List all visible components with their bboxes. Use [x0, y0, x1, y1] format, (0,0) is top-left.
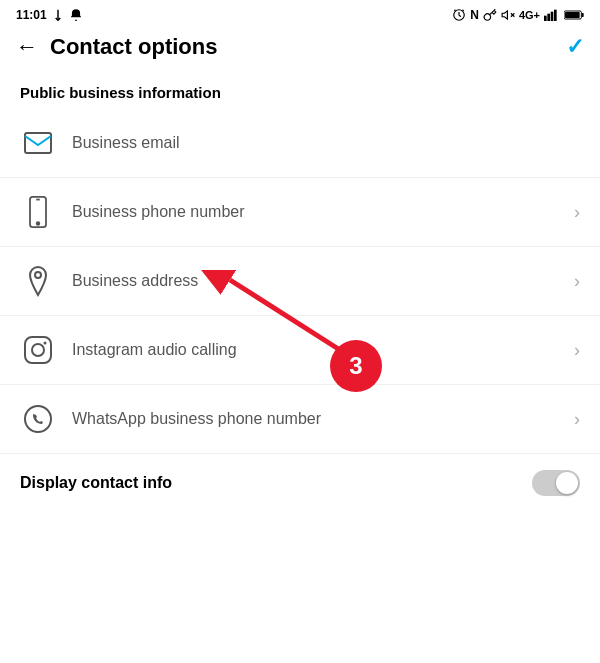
chevron-icon-phone: ›	[574, 202, 580, 223]
signal-bars-icon	[544, 9, 560, 21]
list-item-whatsapp-phone[interactable]: WhatsApp business phone number ›	[0, 385, 600, 454]
status-icons-right: N 4G+	[452, 8, 584, 22]
time-display: 11:01	[16, 8, 47, 22]
chevron-icon-instagram: ›	[574, 340, 580, 361]
list-item-instagram-audio[interactable]: Instagram audio calling ›	[0, 316, 600, 385]
whatsapp-icon	[20, 401, 56, 437]
business-phone-label: Business phone number	[72, 203, 574, 221]
display-contact-info-row: Display contact info	[0, 454, 600, 512]
status-time: 11:01	[16, 8, 83, 22]
status-bar: 11:01 N 4G+	[0, 0, 600, 26]
svg-point-21	[25, 406, 51, 432]
page-title: Contact options	[50, 34, 566, 60]
email-icon	[20, 125, 56, 161]
svg-rect-9	[554, 10, 557, 21]
svg-point-17	[35, 272, 41, 278]
svg-rect-6	[544, 16, 547, 21]
list-item-business-address[interactable]: Business address ›	[0, 247, 600, 316]
instagram-icon	[20, 332, 56, 368]
toggle-knob	[556, 472, 578, 494]
phone-icon	[20, 194, 56, 230]
list-item-business-email[interactable]: Business email	[0, 109, 600, 178]
svg-rect-12	[565, 12, 580, 18]
display-contact-info-label: Display contact info	[20, 474, 172, 492]
svg-point-19	[32, 344, 44, 356]
signal-label: 4G+	[519, 9, 540, 21]
svg-rect-8	[551, 12, 554, 21]
key-icon	[483, 8, 497, 22]
svg-rect-18	[25, 337, 51, 363]
chevron-icon-address: ›	[574, 271, 580, 292]
toolbar: ← Contact options ✓	[0, 26, 600, 72]
svg-point-20	[44, 342, 47, 345]
status-icons-left	[51, 8, 65, 22]
status-notification-icon	[69, 8, 83, 22]
svg-rect-13	[25, 133, 51, 153]
battery-icon	[564, 9, 584, 21]
mute-icon	[501, 8, 515, 22]
section-header-label: Public business information	[20, 84, 221, 101]
chevron-icon-whatsapp: ›	[574, 409, 580, 430]
svg-rect-11	[582, 13, 584, 17]
svg-line-2	[455, 10, 456, 11]
display-contact-toggle[interactable]	[532, 470, 580, 496]
business-email-label: Business email	[72, 134, 580, 152]
section-header-public: Public business information	[0, 72, 600, 109]
confirm-button[interactable]: ✓	[566, 34, 584, 60]
back-button[interactable]: ←	[16, 34, 38, 60]
whatsapp-phone-label: WhatsApp business phone number	[72, 410, 574, 428]
location-icon	[20, 263, 56, 299]
list-item-business-phone[interactable]: Business phone number ›	[0, 178, 600, 247]
svg-rect-7	[547, 14, 550, 21]
business-address-label: Business address	[72, 272, 574, 290]
n-label: N	[470, 8, 479, 22]
alarm-icon	[452, 8, 466, 22]
svg-point-16	[37, 222, 40, 225]
instagram-audio-label: Instagram audio calling	[72, 341, 574, 359]
svg-line-3	[463, 10, 464, 11]
